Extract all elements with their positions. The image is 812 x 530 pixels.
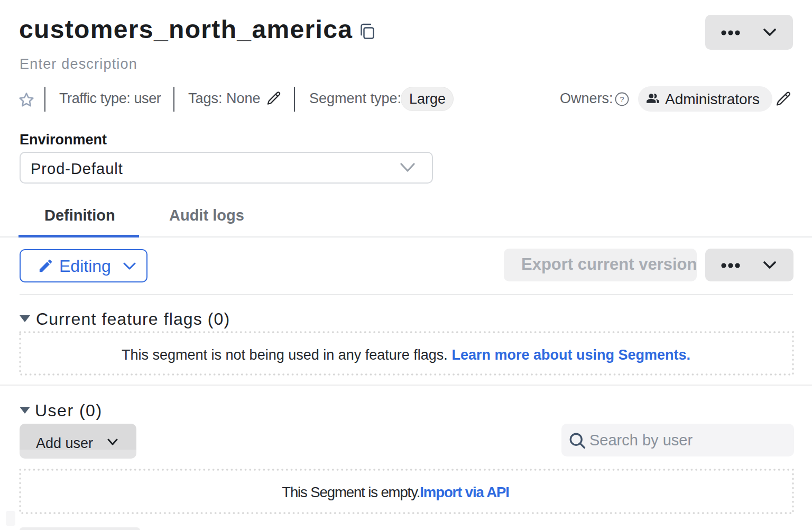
svg-text:?: ? — [620, 95, 624, 104]
